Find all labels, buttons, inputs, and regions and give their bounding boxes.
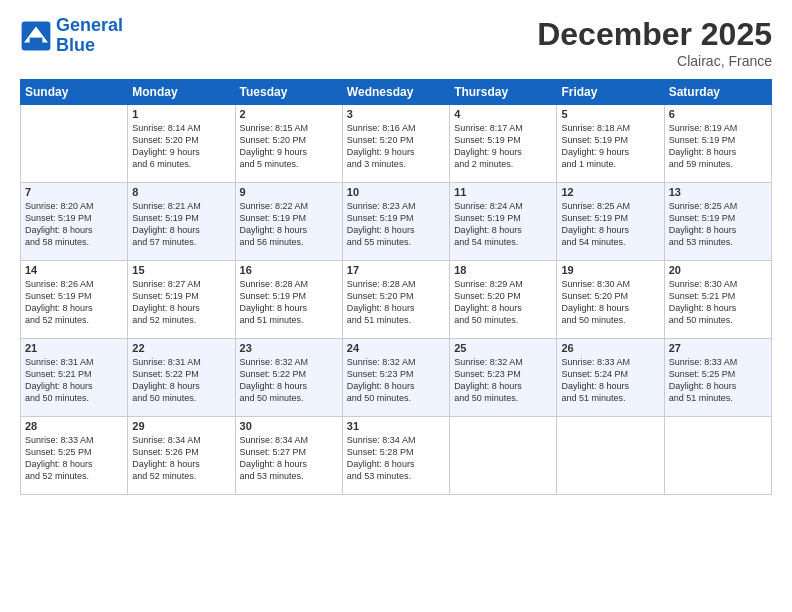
day-info: Sunrise: 8:34 AM Sunset: 5:26 PM Dayligh…: [132, 434, 230, 483]
day-number: 7: [25, 186, 123, 198]
day-info: Sunrise: 8:25 AM Sunset: 5:19 PM Dayligh…: [561, 200, 659, 249]
calendar-table: Sunday Monday Tuesday Wednesday Thursday…: [20, 79, 772, 495]
table-row: [21, 105, 128, 183]
day-number: 1: [132, 108, 230, 120]
day-number: 27: [669, 342, 767, 354]
calendar-week-row: 28Sunrise: 8:33 AM Sunset: 5:25 PM Dayli…: [21, 417, 772, 495]
day-number: 19: [561, 264, 659, 276]
day-number: 17: [347, 264, 445, 276]
day-number: 25: [454, 342, 552, 354]
header-tuesday: Tuesday: [235, 80, 342, 105]
day-info: Sunrise: 8:34 AM Sunset: 5:28 PM Dayligh…: [347, 434, 445, 483]
day-number: 31: [347, 420, 445, 432]
day-info: Sunrise: 8:20 AM Sunset: 5:19 PM Dayligh…: [25, 200, 123, 249]
month-title: December 2025: [537, 16, 772, 53]
day-number: 10: [347, 186, 445, 198]
header-monday: Monday: [128, 80, 235, 105]
page: General Blue December 2025 Clairac, Fran…: [0, 0, 792, 612]
day-info: Sunrise: 8:32 AM Sunset: 5:23 PM Dayligh…: [347, 356, 445, 405]
day-info: Sunrise: 8:25 AM Sunset: 5:19 PM Dayligh…: [669, 200, 767, 249]
table-row: 25Sunrise: 8:32 AM Sunset: 5:23 PM Dayli…: [450, 339, 557, 417]
day-info: Sunrise: 8:29 AM Sunset: 5:20 PM Dayligh…: [454, 278, 552, 327]
day-number: 29: [132, 420, 230, 432]
day-number: 22: [132, 342, 230, 354]
day-number: 8: [132, 186, 230, 198]
day-number: 16: [240, 264, 338, 276]
day-number: 12: [561, 186, 659, 198]
table-row: 3Sunrise: 8:16 AM Sunset: 5:20 PM Daylig…: [342, 105, 449, 183]
day-info: Sunrise: 8:24 AM Sunset: 5:19 PM Dayligh…: [454, 200, 552, 249]
table-row: 15Sunrise: 8:27 AM Sunset: 5:19 PM Dayli…: [128, 261, 235, 339]
day-info: Sunrise: 8:26 AM Sunset: 5:19 PM Dayligh…: [25, 278, 123, 327]
day-info: Sunrise: 8:18 AM Sunset: 5:19 PM Dayligh…: [561, 122, 659, 171]
svg-rect-2: [30, 37, 43, 43]
table-row: 4Sunrise: 8:17 AM Sunset: 5:19 PM Daylig…: [450, 105, 557, 183]
table-row: 28Sunrise: 8:33 AM Sunset: 5:25 PM Dayli…: [21, 417, 128, 495]
table-row: 11Sunrise: 8:24 AM Sunset: 5:19 PM Dayli…: [450, 183, 557, 261]
header: General Blue December 2025 Clairac, Fran…: [20, 16, 772, 69]
table-row: 9Sunrise: 8:22 AM Sunset: 5:19 PM Daylig…: [235, 183, 342, 261]
day-info: Sunrise: 8:19 AM Sunset: 5:19 PM Dayligh…: [669, 122, 767, 171]
day-info: Sunrise: 8:31 AM Sunset: 5:22 PM Dayligh…: [132, 356, 230, 405]
day-info: Sunrise: 8:31 AM Sunset: 5:21 PM Dayligh…: [25, 356, 123, 405]
table-row: [450, 417, 557, 495]
day-info: Sunrise: 8:33 AM Sunset: 5:24 PM Dayligh…: [561, 356, 659, 405]
table-row: 10Sunrise: 8:23 AM Sunset: 5:19 PM Dayli…: [342, 183, 449, 261]
table-row: 24Sunrise: 8:32 AM Sunset: 5:23 PM Dayli…: [342, 339, 449, 417]
day-info: Sunrise: 8:32 AM Sunset: 5:23 PM Dayligh…: [454, 356, 552, 405]
table-row: 5Sunrise: 8:18 AM Sunset: 5:19 PM Daylig…: [557, 105, 664, 183]
header-sunday: Sunday: [21, 80, 128, 105]
day-info: Sunrise: 8:15 AM Sunset: 5:20 PM Dayligh…: [240, 122, 338, 171]
day-number: 9: [240, 186, 338, 198]
table-row: 22Sunrise: 8:31 AM Sunset: 5:22 PM Dayli…: [128, 339, 235, 417]
header-friday: Friday: [557, 80, 664, 105]
day-info: Sunrise: 8:33 AM Sunset: 5:25 PM Dayligh…: [669, 356, 767, 405]
calendar-week-row: 21Sunrise: 8:31 AM Sunset: 5:21 PM Dayli…: [21, 339, 772, 417]
day-number: 2: [240, 108, 338, 120]
day-info: Sunrise: 8:17 AM Sunset: 5:19 PM Dayligh…: [454, 122, 552, 171]
day-info: Sunrise: 8:22 AM Sunset: 5:19 PM Dayligh…: [240, 200, 338, 249]
table-row: 17Sunrise: 8:28 AM Sunset: 5:20 PM Dayli…: [342, 261, 449, 339]
day-number: 23: [240, 342, 338, 354]
day-info: Sunrise: 8:30 AM Sunset: 5:20 PM Dayligh…: [561, 278, 659, 327]
day-number: 4: [454, 108, 552, 120]
day-info: Sunrise: 8:27 AM Sunset: 5:19 PM Dayligh…: [132, 278, 230, 327]
day-number: 21: [25, 342, 123, 354]
day-info: Sunrise: 8:30 AM Sunset: 5:21 PM Dayligh…: [669, 278, 767, 327]
day-info: Sunrise: 8:34 AM Sunset: 5:27 PM Dayligh…: [240, 434, 338, 483]
table-row: 23Sunrise: 8:32 AM Sunset: 5:22 PM Dayli…: [235, 339, 342, 417]
table-row: [664, 417, 771, 495]
calendar-week-row: 7Sunrise: 8:20 AM Sunset: 5:19 PM Daylig…: [21, 183, 772, 261]
day-info: Sunrise: 8:28 AM Sunset: 5:20 PM Dayligh…: [347, 278, 445, 327]
title-area: December 2025 Clairac, France: [537, 16, 772, 69]
day-number: 13: [669, 186, 767, 198]
day-number: 20: [669, 264, 767, 276]
table-row: 12Sunrise: 8:25 AM Sunset: 5:19 PM Dayli…: [557, 183, 664, 261]
logo-icon: [20, 20, 52, 52]
day-number: 28: [25, 420, 123, 432]
table-row: [557, 417, 664, 495]
day-info: Sunrise: 8:21 AM Sunset: 5:19 PM Dayligh…: [132, 200, 230, 249]
table-row: 8Sunrise: 8:21 AM Sunset: 5:19 PM Daylig…: [128, 183, 235, 261]
logo-line2: Blue: [56, 35, 95, 55]
table-row: 6Sunrise: 8:19 AM Sunset: 5:19 PM Daylig…: [664, 105, 771, 183]
table-row: 19Sunrise: 8:30 AM Sunset: 5:20 PM Dayli…: [557, 261, 664, 339]
day-number: 15: [132, 264, 230, 276]
table-row: 16Sunrise: 8:28 AM Sunset: 5:19 PM Dayli…: [235, 261, 342, 339]
day-info: Sunrise: 8:14 AM Sunset: 5:20 PM Dayligh…: [132, 122, 230, 171]
table-row: 29Sunrise: 8:34 AM Sunset: 5:26 PM Dayli…: [128, 417, 235, 495]
table-row: 18Sunrise: 8:29 AM Sunset: 5:20 PM Dayli…: [450, 261, 557, 339]
day-info: Sunrise: 8:16 AM Sunset: 5:20 PM Dayligh…: [347, 122, 445, 171]
day-info: Sunrise: 8:32 AM Sunset: 5:22 PM Dayligh…: [240, 356, 338, 405]
day-number: 3: [347, 108, 445, 120]
day-info: Sunrise: 8:28 AM Sunset: 5:19 PM Dayligh…: [240, 278, 338, 327]
table-row: 20Sunrise: 8:30 AM Sunset: 5:21 PM Dayli…: [664, 261, 771, 339]
logo-line1: General: [56, 15, 123, 35]
header-wednesday: Wednesday: [342, 80, 449, 105]
day-number: 6: [669, 108, 767, 120]
logo-text: General Blue: [56, 16, 123, 56]
day-number: 18: [454, 264, 552, 276]
day-number: 26: [561, 342, 659, 354]
calendar-header-row: Sunday Monday Tuesday Wednesday Thursday…: [21, 80, 772, 105]
day-number: 30: [240, 420, 338, 432]
